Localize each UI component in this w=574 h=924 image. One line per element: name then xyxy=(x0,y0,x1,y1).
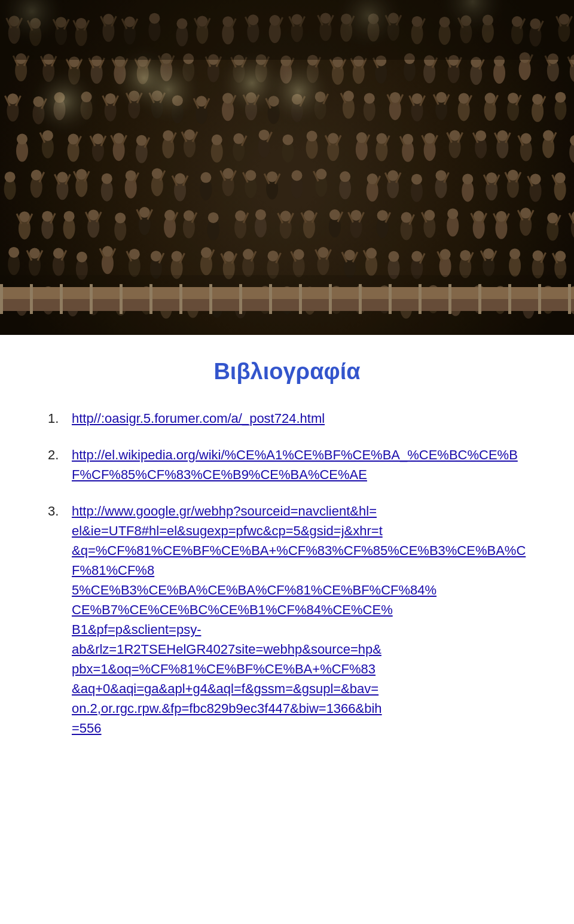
bibliography-list: 1. http//:oasigr.5.forumer.com/a/_post72… xyxy=(48,408,526,738)
bib-link-2[interactable]: http://el.wikipedia.org/wiki/%CE%A1%CE%B… xyxy=(72,445,526,484)
bib-number-1: 1. xyxy=(48,408,66,428)
concert-image xyxy=(0,0,574,335)
bib-number-2: 2. xyxy=(48,445,66,465)
bib-number-3: 3. xyxy=(48,501,66,521)
list-item: 2. http://el.wikipedia.org/wiki/%CE%A1%C… xyxy=(48,445,526,484)
bibliography-title: Βιβλιογραφία xyxy=(48,359,526,385)
bib-link-1[interactable]: http//:oasigr.5.forumer.com/a/_post724.h… xyxy=(72,408,325,428)
list-item: 1. http//:oasigr.5.forumer.com/a/_post72… xyxy=(48,408,526,428)
list-item: 3. http://www.google.gr/webhp?sourceid=n… xyxy=(48,501,526,738)
bib-link-3[interactable]: http://www.google.gr/webhp?sourceid=navc… xyxy=(72,501,526,738)
content-area: Βιβλιογραφία 1. http//:oasigr.5.forumer.… xyxy=(0,335,574,791)
